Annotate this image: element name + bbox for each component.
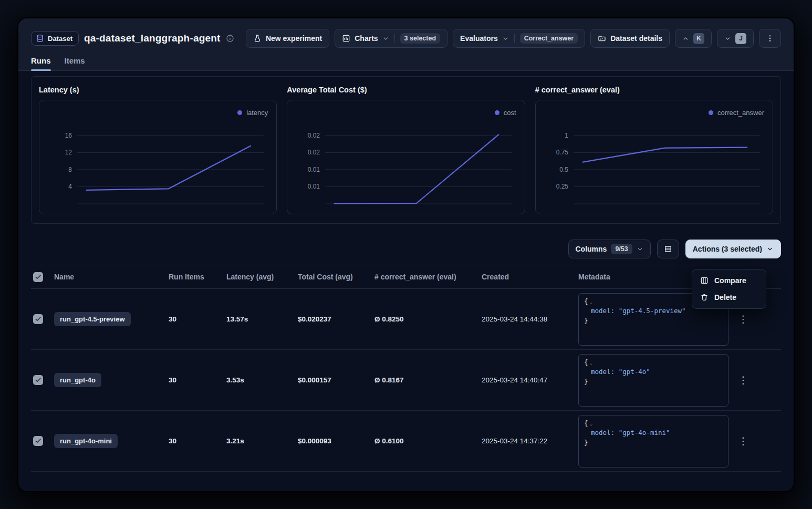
collapse-chevron-icon[interactable]: ⌄: [590, 299, 593, 305]
cost-line-plot: 0.020.020.010.01: [296, 119, 516, 209]
correct-answer-value: Ø 0.8250: [374, 315, 482, 323]
row-actions-kebab-icon[interactable]: ⋮: [736, 374, 751, 386]
evaluator-selected-badge: Correct_answer: [520, 33, 578, 44]
column-header-run-items[interactable]: Run Items: [169, 273, 226, 281]
run-items-value: 30: [169, 315, 226, 323]
more-options-button[interactable]: [759, 29, 781, 48]
column-header-created[interactable]: Created: [482, 273, 578, 281]
charts-selected-badge: 3 selected: [400, 33, 440, 44]
chart-legend: cost: [296, 107, 516, 118]
evaluators-label: Evaluators: [460, 34, 498, 43]
charts-section: Latency (s) latency 161284 Average Total…: [31, 76, 781, 224]
chevron-down-icon: [502, 35, 509, 42]
dataset-badge-label: Dataset: [48, 35, 72, 43]
menu-item-label: Compare: [714, 276, 746, 285]
columns-count-badge: 9/53: [611, 244, 632, 254]
total-cost-value: $0.000157: [298, 376, 374, 384]
chart-title: Latency (s): [39, 86, 277, 94]
columns-label: Columns: [576, 245, 607, 253]
legend-dot: [709, 110, 713, 115]
run-items-value: 30: [169, 437, 226, 445]
actions-dropdown-menu: Compare Delete: [692, 269, 766, 309]
correct-answer-value: Ø 0.8167: [374, 376, 482, 384]
charts-dropdown-button[interactable]: Charts 3 selected: [335, 29, 447, 48]
legend-label: latency: [246, 109, 268, 117]
latency-chart: Latency (s) latency 161284: [39, 85, 277, 214]
run-name-link[interactable]: run_gpt-4.5-preview: [54, 312, 131, 326]
dataset-details-label: Dataset details: [610, 34, 662, 43]
legend-label: cost: [504, 109, 516, 117]
svg-text:0.01: 0.01: [308, 166, 320, 173]
row-checkbox[interactable]: [33, 436, 43, 446]
latency-value: 3.53s: [226, 376, 298, 384]
metadata-line: model: "gpt-4o-mini": [584, 428, 723, 438]
tab-bar: Runs Items: [31, 56, 781, 70]
chart-title: # correct_answer (eval): [535, 86, 773, 94]
chart-legend: latency: [48, 107, 268, 118]
menu-item-label: Delete: [714, 293, 736, 302]
collapse-chevron-icon[interactable]: ⌄: [590, 421, 593, 427]
page-title: qa-dataset_langgraph-agent: [84, 33, 221, 44]
row-checkbox[interactable]: [33, 375, 43, 385]
tab-items[interactable]: Items: [65, 56, 85, 70]
created-value: 2025-03-24 14:44:38: [482, 315, 578, 323]
svg-text:4: 4: [68, 183, 72, 190]
total-cost-value: $0.020237: [298, 315, 374, 323]
latency-value: 13.57s: [226, 315, 298, 323]
svg-text:0.01: 0.01: [308, 183, 320, 190]
trash-icon: [700, 293, 709, 302]
column-header-correct-answer[interactable]: # correct_answer (eval): [374, 273, 482, 281]
legend-label: correct_answer: [717, 109, 764, 117]
metadata-json-viewer[interactable]: {⌄ model: "gpt-4o-mini" }: [578, 415, 728, 468]
row-density-icon: [664, 245, 672, 253]
chevron-up-icon: [682, 35, 689, 42]
total-cost-value: $0.000093: [298, 437, 374, 445]
cost-chart: Average Total Cost ($) cost 0.020.020.01…: [287, 85, 525, 214]
collapse-chevron-icon[interactable]: ⌄: [590, 360, 593, 366]
info-icon[interactable]: [226, 34, 234, 43]
row-actions-kebab-icon[interactable]: ⋮: [736, 313, 751, 325]
bar-chart-icon: [342, 34, 350, 43]
run-name-link[interactable]: run_gpt-4o-mini: [54, 434, 118, 448]
app-window: Dataset qa-dataset_langgraph-agent: [18, 18, 794, 491]
created-value: 2025-03-24 14:40:47: [482, 376, 578, 384]
new-experiment-label: New experiment: [266, 34, 322, 43]
svg-text:0.25: 0.25: [556, 183, 568, 190]
app-header: Dataset qa-dataset_langgraph-agent: [18, 18, 794, 71]
select-all-checkbox[interactable]: [33, 272, 43, 282]
correct-answer-line-plot: 10.750.50.25: [544, 119, 764, 209]
metadata-json-viewer[interactable]: {⌄ model: "gpt-4o" }: [578, 354, 728, 407]
dataset-details-button[interactable]: Dataset details: [590, 29, 670, 48]
created-value: 2025-03-24 14:37:22: [482, 437, 578, 445]
charts-label: Charts: [355, 34, 378, 43]
tab-runs[interactable]: Runs: [31, 56, 51, 70]
database-icon: [36, 34, 44, 43]
svg-text:8: 8: [68, 166, 72, 173]
nav-prev-run-button[interactable]: K: [675, 29, 712, 48]
actions-dropdown-button[interactable]: Actions (3 selected): [685, 240, 781, 258]
column-header-name[interactable]: Name: [54, 273, 169, 281]
menu-item-compare[interactable]: Compare: [695, 272, 763, 289]
row-actions-kebab-icon[interactable]: ⋮: [736, 435, 751, 447]
menu-item-delete[interactable]: Delete: [695, 289, 763, 306]
table-header-row: Name Run Items Latency (avg) Total Cost …: [31, 265, 781, 289]
row-height-button[interactable]: [657, 240, 679, 258]
runs-table: Name Run Items Latency (avg) Total Cost …: [31, 265, 781, 472]
column-header-total-cost[interactable]: Total Cost (avg): [298, 273, 374, 281]
correct-answer-chart: # correct_answer (eval) correct_answer 1…: [535, 85, 773, 214]
evaluators-dropdown-button[interactable]: Evaluators Correct_answer: [453, 29, 585, 48]
flask-icon: [253, 34, 262, 43]
row-checkbox[interactable]: [33, 314, 43, 324]
run-name-link[interactable]: run_gpt-4o: [54, 373, 101, 387]
run-items-value: 30: [169, 376, 226, 384]
chevron-down-icon: [637, 246, 643, 253]
svg-text:12: 12: [65, 149, 72, 156]
divider: [514, 34, 515, 43]
table-row: run_gpt-4o 30 3.53s $0.000157 Ø 0.8167 2…: [31, 350, 781, 411]
columns-dropdown-button[interactable]: Columns 9/53: [568, 240, 651, 258]
new-experiment-button[interactable]: New experiment: [246, 29, 329, 48]
column-header-latency[interactable]: Latency (avg): [226, 273, 298, 281]
chevron-down-icon: [766, 245, 774, 253]
svg-text:1: 1: [565, 132, 568, 139]
nav-next-run-button[interactable]: J: [717, 29, 754, 48]
